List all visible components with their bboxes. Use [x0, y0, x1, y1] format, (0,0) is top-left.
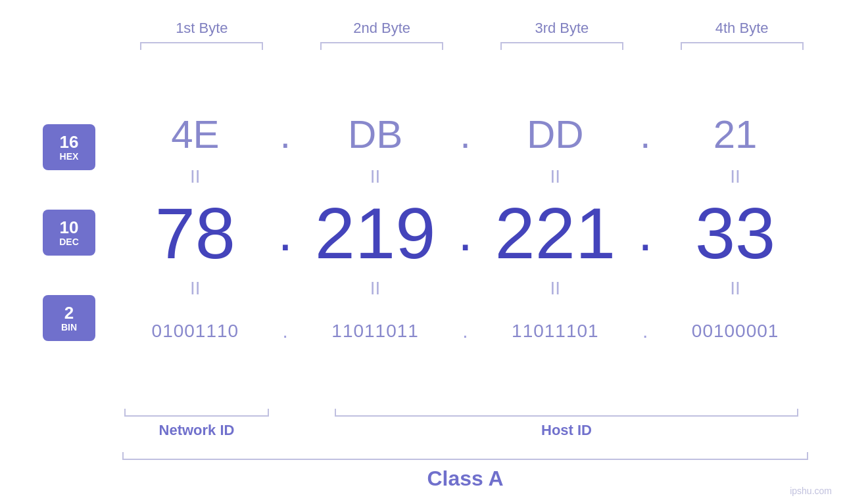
bin-number: 2	[64, 304, 74, 323]
byte-headers: 1st Byte 2nd Byte 3rd Byte 4th Byte	[26, 20, 819, 50]
dec-value-2: 219	[315, 191, 436, 275]
bin-value-1: 01001110	[152, 321, 239, 342]
bin-name: BIN	[61, 323, 77, 332]
labels-col: 16 HEX 10 DEC 2 BIN	[26, 118, 112, 348]
hex-value-2: DB	[348, 112, 402, 157]
class-bracket-line	[122, 452, 808, 460]
content-area: 16 HEX 10 DEC 2 BIN 4E . DB	[26, 57, 819, 409]
hex-number: 16	[60, 133, 79, 152]
dec-value-4: 33	[695, 191, 775, 275]
byte-label-3: 3rd Byte	[535, 20, 589, 37]
host-id-label: Host ID	[541, 422, 592, 439]
dec-cell-3: 221	[479, 191, 633, 275]
eq2-cell-2: II	[299, 278, 452, 299]
dec-cell-4: 33	[658, 191, 812, 275]
network-bracket-line	[124, 409, 268, 417]
hex-cell-1: 4E	[118, 112, 272, 157]
bin-cell-4: 00100001	[658, 321, 812, 342]
byte-label-4: 4th Byte	[715, 20, 769, 37]
sep-row-1: II II II II	[112, 164, 819, 190]
dot-dec-2: .	[452, 202, 479, 263]
equals2-1: II	[182, 278, 208, 299]
host-bracket-line	[335, 409, 799, 417]
bracket-top-4	[681, 42, 804, 50]
network-id-label: Network ID	[159, 422, 235, 439]
eq2-cell-3: II	[479, 278, 633, 299]
class-bracket-outer: Class A	[112, 452, 819, 491]
byte-col-2: 2nd Byte	[305, 20, 459, 50]
byte-col-1: 1st Byte	[125, 20, 279, 50]
dec-value-3: 221	[495, 191, 616, 275]
hex-value-1: 4E	[171, 112, 219, 157]
bin-value-4: 00100001	[692, 321, 779, 342]
dot-dec-3: .	[632, 202, 658, 263]
bracket-top-1	[140, 42, 263, 50]
eq-cell-4: II	[658, 166, 812, 187]
data-area: 4E . DB . DD . 21 II	[112, 104, 819, 361]
hex-value-4: 21	[713, 112, 758, 157]
dec-name: DEC	[59, 237, 79, 247]
equals2-4: II	[722, 278, 748, 299]
eq-cell-3: II	[479, 166, 633, 187]
hex-row: 4E . DB . DD . 21	[112, 104, 819, 164]
equals-3: II	[542, 166, 568, 187]
bin-cell-3: 11011101	[479, 321, 633, 342]
eq-cell-2: II	[299, 166, 452, 187]
bin-badge: 2 BIN	[43, 295, 95, 341]
class-row: Class A	[26, 452, 819, 491]
eq2-cell-4: II	[658, 278, 812, 299]
dec-row: 78 . 219 . 221 . 33	[112, 190, 819, 275]
dot-bin-3: .	[632, 320, 658, 342]
dec-value-1: 78	[155, 191, 235, 275]
eq2-cell-1: II	[118, 278, 272, 299]
equals2-3: II	[542, 278, 568, 299]
dec-badge: 10 DEC	[43, 210, 95, 256]
hex-cell-3: DD	[479, 112, 633, 157]
equals-1: II	[182, 166, 208, 187]
equals2-2: II	[362, 278, 389, 299]
hex-cell-4: 21	[658, 112, 812, 157]
hex-name: HEX	[60, 152, 79, 162]
bin-row: 01001110 . 11011011 . 11011101 . 0010000…	[112, 302, 819, 361]
bin-value-2: 11011011	[331, 321, 419, 342]
dot-bin-2: .	[452, 320, 479, 342]
dot-hex-2: .	[452, 112, 479, 157]
byte-col-4: 4th Byte	[665, 20, 819, 50]
equals-4: II	[722, 166, 748, 187]
dec-cell-2: 219	[299, 191, 452, 275]
dot-hex-3: .	[632, 112, 658, 157]
host-id-bracket: Host ID	[314, 409, 819, 439]
watermark: ipshu.com	[790, 486, 832, 496]
byte-label-1: 1st Byte	[176, 20, 228, 37]
dec-number: 10	[60, 218, 79, 237]
dec-cell-1: 78	[118, 191, 272, 275]
bracket-bottom-row: Network ID Host ID	[112, 409, 819, 439]
hex-cell-2: DB	[299, 112, 452, 157]
hex-value-3: DD	[527, 112, 584, 157]
class-label: Class A	[427, 467, 503, 491]
hex-badge: 16 HEX	[43, 124, 95, 170]
dot-bin-1: .	[272, 320, 299, 342]
dot-dec-1: .	[272, 202, 299, 263]
main-container: 1st Byte 2nd Byte 3rd Byte 4th Byte 16 H…	[0, 0, 845, 504]
bottom-bracket-area: Network ID Host ID	[26, 409, 819, 439]
bin-value-3: 11011101	[512, 321, 599, 342]
bracket-top-2	[320, 42, 443, 50]
bracket-top-3	[500, 42, 623, 50]
sep-row-2: II II II II	[112, 275, 819, 302]
byte-label-2: 2nd Byte	[353, 20, 410, 37]
bin-cell-1: 01001110	[118, 321, 272, 342]
equals-2: II	[362, 166, 389, 187]
bin-cell-2: 11011011	[299, 321, 452, 342]
byte-col-3: 3rd Byte	[485, 20, 639, 50]
dot-hex-1: .	[272, 112, 299, 157]
network-id-bracket: Network ID	[112, 409, 281, 439]
eq-cell-1: II	[118, 166, 272, 187]
